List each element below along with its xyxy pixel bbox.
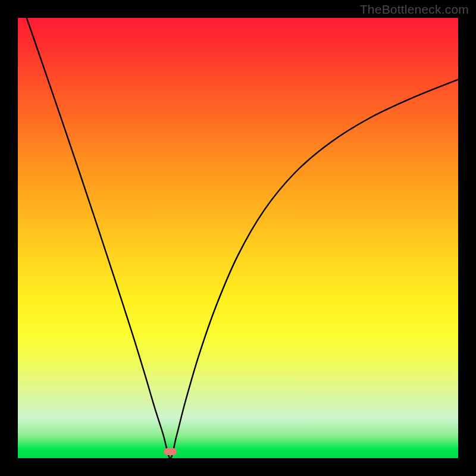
plot-area [18, 18, 458, 458]
bottleneck-curve [18, 18, 458, 458]
optimal-point-marker [164, 448, 177, 455]
chart-container: TheBottleneck.com [0, 0, 476, 476]
watermark-text: TheBottleneck.com [360, 2, 469, 17]
